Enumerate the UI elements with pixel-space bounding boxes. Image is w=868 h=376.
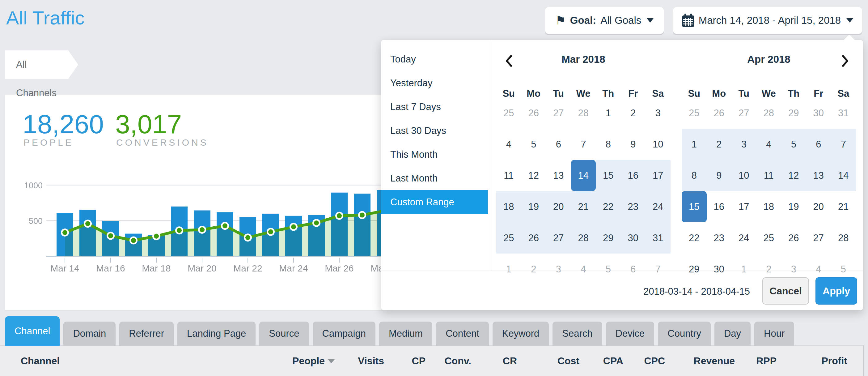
day-cell[interactable]: 30 [707, 254, 732, 285]
tab-content[interactable]: Content [436, 322, 489, 346]
day-cell[interactable]: 28 [571, 97, 596, 128]
day-cell[interactable]: 26 [707, 97, 732, 128]
column-header-revenue[interactable]: Revenue [694, 346, 735, 376]
day-cell[interactable]: 22 [596, 191, 621, 222]
day-cell[interactable]: 6 [806, 128, 831, 160]
day-cell[interactable]: 7 [831, 128, 856, 160]
tab-medium[interactable]: Medium [379, 322, 432, 346]
day-cell[interactable]: 9 [707, 160, 732, 191]
day-cell[interactable]: 25 [496, 97, 521, 128]
day-cell[interactable]: 25 [496, 222, 521, 254]
day-cell[interactable]: 28 [571, 222, 596, 254]
day-cell[interactable]: 2 [707, 128, 732, 160]
day-cell[interactable]: 18 [756, 191, 781, 222]
day-cell[interactable]: 23 [621, 191, 646, 222]
preset-last-7-days[interactable]: Last 7 Days [381, 95, 488, 119]
day-cell[interactable]: 26 [781, 222, 806, 254]
column-header-cp[interactable]: CP [412, 346, 426, 376]
day-cell[interactable]: 24 [646, 191, 671, 222]
day-cell[interactable]: 21 [571, 191, 596, 222]
column-header-people[interactable]: People [292, 346, 325, 376]
day-cell[interactable]: 7 [646, 254, 671, 285]
column-header-cost[interactable]: Cost [557, 346, 579, 376]
day-cell[interactable]: 3 [732, 128, 756, 160]
day-cell[interactable]: 16 [621, 160, 646, 191]
day-cell[interactable]: 22 [682, 222, 707, 254]
day-cell[interactable]: 9 [621, 128, 646, 160]
day-cell[interactable]: 8 [682, 160, 707, 191]
day-cell[interactable]: 1 [496, 254, 521, 285]
day-cell[interactable]: 30 [806, 97, 831, 128]
goal-selector-button[interactable]: ⚑ Goal: All Goals [545, 7, 664, 34]
column-header-visits[interactable]: Visits [358, 346, 384, 376]
tab-day[interactable]: Day [714, 322, 751, 346]
day-cell[interactable]: 27 [806, 222, 831, 254]
day-cell[interactable]: 1 [732, 254, 756, 285]
day-cell[interactable]: 17 [646, 160, 671, 191]
day-cell[interactable]: 28 [756, 97, 781, 128]
day-cell[interactable]: 29 [682, 254, 707, 285]
day-cell[interactable]: 31 [646, 222, 671, 254]
day-cell[interactable]: 4 [571, 254, 596, 285]
tab-landing-page[interactable]: Landing Page [177, 322, 255, 346]
day-cell[interactable]: 12 [521, 160, 546, 191]
day-cell[interactable]: 27 [546, 97, 571, 128]
tab-campaign[interactable]: Campaign [313, 322, 375, 346]
tab-search[interactable]: Search [553, 322, 602, 346]
day-cell[interactable]: 19 [521, 191, 546, 222]
day-cell[interactable]: 17 [732, 191, 756, 222]
column-header-channel[interactable]: Channel [21, 346, 60, 376]
day-cell[interactable]: 25 [682, 97, 707, 128]
day-cell[interactable]: 20 [806, 191, 831, 222]
day-cell[interactable]: 11 [496, 160, 521, 191]
tab-country[interactable]: Country [658, 322, 711, 346]
day-cell[interactable]: 26 [521, 97, 546, 128]
tab-keyword[interactable]: Keyword [493, 322, 549, 346]
day-cell[interactable]: 11 [756, 160, 781, 191]
day-cell[interactable]: 31 [831, 97, 856, 128]
day-cell[interactable]: 16 [707, 191, 732, 222]
column-header-conv[interactable]: Conv. [444, 346, 471, 376]
day-cell[interactable]: 27 [546, 222, 571, 254]
column-header-rpp[interactable]: RPP [756, 346, 777, 376]
day-cell[interactable]: 18 [496, 191, 521, 222]
day-cell[interactable]: 26 [521, 222, 546, 254]
date-range-button[interactable]: March 14, 2018 - April 15, 2018 [673, 7, 862, 34]
day-cell[interactable]: 7 [571, 128, 596, 160]
day-cell[interactable]: 8 [596, 128, 621, 160]
day-cell[interactable]: 4 [496, 128, 521, 160]
day-cell[interactable]: 1 [682, 128, 707, 160]
day-cell[interactable]: 19 [781, 191, 806, 222]
day-cell[interactable]: 10 [646, 128, 671, 160]
day-cell-selected[interactable]: 14 [571, 160, 596, 191]
preset-last-30-days[interactable]: Last 30 Days [381, 119, 488, 143]
day-cell-selected[interactable]: 15 [682, 191, 707, 222]
day-cell[interactable]: 13 [546, 160, 571, 191]
tab-referrer[interactable]: Referrer [119, 322, 174, 346]
day-cell[interactable]: 12 [781, 160, 806, 191]
day-cell[interactable]: 30 [621, 222, 646, 254]
day-cell[interactable]: 10 [732, 160, 756, 191]
day-cell[interactable]: 24 [732, 222, 756, 254]
day-cell[interactable]: 5 [596, 254, 621, 285]
tab-hour[interactable]: Hour [754, 322, 794, 346]
preset-last-month[interactable]: Last Month [381, 166, 488, 190]
day-cell[interactable]: 2 [521, 254, 546, 285]
day-cell[interactable]: 1 [596, 97, 621, 128]
preset-this-month[interactable]: This Month [381, 143, 488, 166]
day-cell[interactable]: 6 [621, 254, 646, 285]
day-cell[interactable]: 5 [521, 128, 546, 160]
day-cell[interactable]: 4 [756, 128, 781, 160]
cancel-button[interactable]: Cancel [762, 277, 809, 305]
preset-yesterday[interactable]: Yesterday [381, 71, 488, 95]
day-cell[interactable]: 5 [781, 128, 806, 160]
day-cell[interactable]: 3 [646, 97, 671, 128]
preset-today[interactable]: Today [381, 47, 488, 71]
day-cell[interactable]: 3 [546, 254, 571, 285]
day-cell[interactable]: 15 [596, 160, 621, 191]
day-cell[interactable]: 14 [831, 160, 856, 191]
day-cell[interactable]: 21 [831, 191, 856, 222]
tab-source[interactable]: Source [259, 322, 309, 346]
breadcrumb-all-channels[interactable]: All Channels [5, 50, 68, 79]
day-cell[interactable]: 6 [546, 128, 571, 160]
